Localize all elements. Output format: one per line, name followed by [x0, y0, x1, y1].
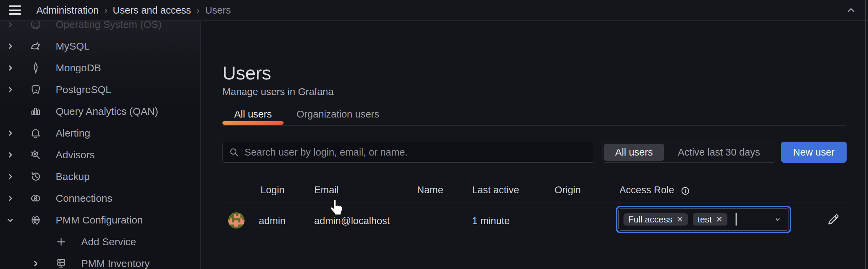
column-header-last-active: Last active — [472, 183, 519, 196]
column-header-name: Name — [417, 183, 443, 196]
chevron-right-icon[interactable] — [30, 257, 42, 269]
user-avatar — [228, 212, 245, 229]
filter-option-active-30-days[interactable]: Active last 30 days — [664, 147, 774, 158]
role-tag: test ✕ — [693, 213, 727, 226]
chevron-right-icon[interactable] — [4, 20, 16, 31]
top-navigation-bar: Administration › Users and access › User… — [0, 0, 868, 21]
search-input[interactable] — [244, 146, 587, 158]
sidebar-item-alerting[interactable]: Alerting — [0, 125, 200, 141]
text-caret — [736, 213, 737, 226]
sidebar-item-pmm-configuration[interactable]: PMM Configuration — [0, 212, 200, 228]
chevron-down-icon[interactable] — [4, 214, 16, 226]
bell-icon — [29, 126, 42, 140]
user-email: admin@localhost — [314, 214, 390, 228]
sidebar-item-label: PMM Configuration — [56, 214, 143, 226]
os-icon — [29, 20, 42, 31]
column-header-login: Login — [260, 183, 285, 196]
sidebar-item-label: Connections — [56, 193, 112, 204]
chevron-right-icon[interactable] — [4, 171, 16, 183]
chevron-right-icon[interactable] — [4, 127, 16, 139]
advisors-magnifier-icon — [29, 148, 42, 162]
right-edge-scroll-track[interactable] — [865, 0, 866, 269]
edit-user-button[interactable] — [827, 213, 840, 226]
bar-chart-icon — [29, 105, 42, 118]
sidebar-item-mongodb[interactable]: MongoDB — [0, 60, 200, 76]
sidebar-item-add-service[interactable]: Add Service — [0, 234, 201, 250]
user-last-active: 1 minute — [472, 214, 510, 228]
breadcrumb-users: Users — [205, 5, 231, 16]
breadcrumb: Administration › Users and access › User… — [36, 5, 231, 16]
sidebar-item-label: Operating System (OS) — [56, 20, 162, 30]
tab-all-users[interactable]: All users — [222, 104, 284, 124]
hamburger-menu-icon[interactable] — [9, 4, 22, 17]
tab-bar: All users Organization users — [222, 104, 846, 126]
chevron-right-icon[interactable] — [4, 192, 16, 204]
active-tab-underline — [222, 121, 284, 125]
sidebar-item-mysql[interactable]: MySQL — [0, 38, 200, 54]
new-user-button[interactable]: New user — [781, 142, 847, 163]
sidebar-item-backup[interactable]: Backup — [0, 168, 200, 185]
mongodb-leaf-icon — [29, 61, 42, 75]
sidebar-mega-menu: Operating System (OS) MySQL MongoDB — [0, 20, 201, 269]
breadcrumb-separator-icon: › — [197, 5, 200, 16]
access-role-picker-inner: Full access ✕ test ✕ — [618, 208, 789, 231]
user-search-field[interactable] — [222, 142, 594, 163]
chevron-right-icon[interactable] — [4, 84, 16, 96]
user-filter-toggle: All users Active last 30 days — [602, 142, 776, 163]
sidebar-item-operating-system[interactable]: Operating System (OS) — [0, 20, 200, 33]
chevron-right-icon[interactable] — [4, 62, 16, 74]
plus-icon — [54, 235, 68, 249]
sidebar-item-advisors[interactable]: Advisors — [0, 147, 200, 163]
sidebar-item-label: PMM Inventory — [81, 258, 150, 269]
sidebar-item-label: PostgreSQL — [56, 84, 111, 95]
pmm-users-admin-page: Administration › Users and access › User… — [0, 0, 868, 269]
sidebar-item-postgresql[interactable]: PostgreSQL — [0, 82, 200, 98]
sidebar-item-label: MongoDB — [56, 62, 101, 74]
sidebar-item-label: MySQL — [56, 40, 90, 52]
breadcrumb-separator-icon: › — [104, 5, 107, 16]
chevron-up-icon[interactable] — [846, 5, 856, 16]
mysql-dolphin-icon — [29, 39, 42, 53]
breadcrumb-administration[interactable]: Administration — [36, 5, 99, 16]
table-header-divider — [222, 202, 846, 202]
sidebar-item-pmm-inventory[interactable]: PMM Inventory — [0, 255, 201, 269]
access-role-picker[interactable]: Full access ✕ test ✕ — [616, 206, 791, 233]
tab-label: All users — [234, 109, 272, 120]
sidebar-item-query-analytics[interactable]: Query Analytics (QAN) — [0, 103, 200, 120]
connections-icon — [29, 192, 42, 205]
info-icon[interactable] — [681, 186, 690, 196]
tab-label: Organization users — [296, 109, 379, 120]
role-tag: Full access ✕ — [623, 213, 688, 226]
remove-role-icon[interactable]: ✕ — [716, 215, 723, 223]
chevron-spacer — [4, 105, 16, 118]
sidebar-item-label: Add Service — [81, 236, 136, 248]
backup-history-icon — [29, 170, 42, 183]
filter-option-all-users[interactable]: All users — [604, 144, 664, 161]
user-login[interactable]: admin — [259, 214, 286, 228]
column-header-email: Email — [314, 183, 339, 196]
column-header-access-role: Access Role — [619, 183, 674, 196]
breadcrumb-users-and-access[interactable]: Users and access — [113, 5, 191, 16]
chevron-right-icon[interactable] — [4, 40, 16, 52]
postgresql-elephant-icon — [29, 83, 42, 96]
sidebar-item-label: Backup — [56, 171, 90, 182]
server-rack-icon — [54, 257, 68, 269]
role-tag-label: Full access — [628, 214, 672, 225]
chevron-spacer — [30, 236, 42, 248]
search-icon — [229, 147, 239, 157]
role-tag-label: test — [698, 214, 712, 225]
sidebar-item-label: Advisors — [56, 149, 95, 161]
remove-role-icon[interactable]: ✕ — [676, 215, 683, 223]
page-subtitle: Manage users in Grafana — [222, 86, 333, 97]
column-header-origin: Origin — [555, 183, 581, 196]
page-title: Users — [222, 62, 271, 84]
chevron-right-icon[interactable] — [4, 149, 16, 161]
chevron-down-icon[interactable] — [773, 215, 782, 224]
pmm-mountains-icon — [29, 213, 42, 227]
tab-organization-users[interactable]: Organization users — [290, 104, 385, 124]
sidebar-item-connections[interactable]: Connections — [0, 190, 200, 207]
sidebar-item-label: Query Analytics (QAN) — [56, 106, 158, 117]
sidebar-item-label: Alerting — [56, 127, 90, 139]
